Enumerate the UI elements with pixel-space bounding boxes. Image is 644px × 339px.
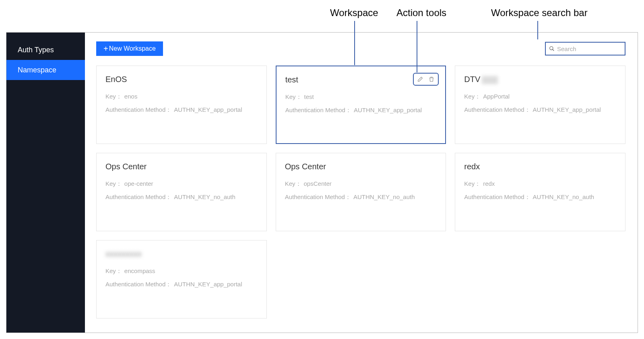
workspace-card[interactable]: testKey：testAuthentication Method：AUTHN_…: [276, 66, 446, 144]
svg-line-1: [553, 49, 554, 51]
workspace-card[interactable]: DTVKey：AppPortalAuthentication Method：AU…: [455, 66, 625, 144]
delete-icon[interactable]: [427, 75, 436, 83]
key-value: opsCenter: [304, 180, 332, 187]
workspace-card-auth-row: Authentication Method：AUTHN_KEY_app_port…: [105, 281, 258, 288]
toolbar: +New Workspace: [96, 41, 625, 56]
new-workspace-button[interactable]: +New Workspace: [96, 41, 163, 56]
auth-method-label: Authentication Method：: [464, 193, 530, 200]
workspace-cards-grid: EnOSKey：enosAuthentication Method：AUTHN_…: [96, 66, 625, 318]
auth-method-label: Authentication Method：: [105, 193, 171, 200]
workspace-card-title: EnOS: [105, 75, 258, 84]
new-workspace-label: New Workspace: [109, 45, 156, 52]
key-label: Key：: [464, 180, 481, 187]
key-label: Key：: [285, 180, 301, 187]
key-value: ope-center: [124, 180, 153, 187]
key-value: AppPortal: [483, 93, 510, 100]
sidebar: Auth Types Namespace: [6, 33, 85, 333]
plus-icon: +: [103, 45, 108, 53]
workspace-card-key-row: Key：enos: [105, 93, 258, 101]
workspace-card-auth-row: Authentication Method：AUTHN_KEY_app_port…: [285, 107, 437, 114]
sidebar-item-auth-types[interactable]: Auth Types: [6, 40, 85, 60]
sidebar-item-namespace[interactable]: Namespace: [6, 60, 85, 80]
workspace-card-auth-row: Authentication Method：AUTHN_KEY_no_auth: [464, 193, 616, 201]
annotation-workspace-label: Workspace: [330, 7, 378, 18]
workspace-card-key-row: Key：ope-center: [105, 180, 258, 188]
workspace-card[interactable]: Ops CenterKey：ope-centerAuthentication M…: [96, 153, 267, 231]
search-icon: [549, 46, 555, 51]
action-tools: [413, 73, 439, 86]
workspace-card[interactable]: xxxxxxxxxKey：encompassAuthentication Met…: [96, 240, 267, 318]
workspace-card-title: redx: [464, 162, 616, 171]
auth-method-value: AUTHN_KEY_app_portal: [174, 106, 242, 113]
key-label: Key：: [105, 180, 122, 187]
workspace-card[interactable]: Ops CenterKey：opsCenterAuthentication Me…: [276, 153, 446, 231]
auth-method-value: AUTHN_KEY_no_auth: [174, 193, 235, 200]
auth-method-label: Authentication Method：: [285, 193, 351, 200]
workspace-card-key-row: Key：test: [285, 93, 437, 101]
key-label: Key：: [464, 93, 481, 100]
auth-method-value: AUTHN_KEY_app_portal: [174, 281, 242, 288]
key-value: enos: [124, 93, 138, 100]
auth-method-label: Authentication Method：: [105, 281, 171, 288]
annotation-action-tools-label: Action tools: [396, 7, 446, 18]
workspace-card-auth-row: Authentication Method：AUTHN_KEY_app_port…: [105, 106, 258, 114]
sidebar-item-label: Namespace: [18, 66, 56, 74]
workspace-card-auth-row: Authentication Method：AUTHN_KEY_no_auth: [285, 193, 437, 201]
main-content: +New Workspace EnOSKey：enosAuthenticatio…: [85, 33, 638, 333]
search-bar[interactable]: [545, 42, 625, 55]
key-value: test: [304, 93, 314, 100]
workspace-card-auth-row: Authentication Method：AUTHN_KEY_no_auth: [105, 193, 258, 201]
workspace-card-key-row: Key：AppPortal: [464, 93, 616, 101]
key-value: encompass: [124, 267, 155, 274]
key-label: Key：: [105, 93, 122, 100]
workspace-card-title: Ops Center: [105, 162, 258, 171]
auth-method-value: AUTHN_KEY_no_auth: [533, 193, 594, 200]
auth-method-label: Authentication Method：: [464, 106, 530, 113]
search-input[interactable]: [555, 45, 621, 52]
workspace-card[interactable]: redxKey：redxAuthentication Method：AUTHN_…: [455, 153, 625, 231]
workspace-card-title: Ops Center: [285, 162, 437, 171]
auth-method-value: AUTHN_KEY_app_portal: [533, 106, 601, 113]
workspace-card[interactable]: EnOSKey：enosAuthentication Method：AUTHN_…: [96, 66, 267, 144]
workspace-card-key-row: Key：opsCenter: [285, 180, 437, 188]
workspace-card-auth-row: Authentication Method：AUTHN_KEY_app_port…: [464, 106, 616, 114]
key-value: redx: [483, 180, 495, 187]
annotation-search-bar-label: Workspace search bar: [491, 7, 588, 18]
workspace-card-title: xxxxxxxxx: [105, 249, 258, 259]
app-frame: Auth Types Namespace +New Workspace EnOS…: [6, 32, 638, 333]
workspace-card-key-row: Key：redx: [464, 180, 616, 188]
auth-method-label: Authentication Method：: [285, 107, 351, 113]
edit-icon[interactable]: [416, 75, 424, 83]
auth-method-value: AUTHN_KEY_no_auth: [353, 193, 415, 200]
svg-point-0: [550, 47, 553, 50]
workspace-card-title: DTV: [464, 75, 616, 84]
workspace-card-key-row: Key：encompass: [105, 267, 258, 275]
key-label: Key：: [105, 267, 122, 274]
auth-method-label: Authentication Method：: [105, 106, 171, 113]
key-label: Key：: [285, 93, 302, 100]
auth-method-value: AUTHN_KEY_app_portal: [354, 107, 422, 113]
blurred-text: [482, 76, 498, 84]
annotation-layer: Workspace Action tools Workspace search …: [0, 0, 644, 32]
sidebar-item-label: Auth Types: [18, 46, 54, 54]
